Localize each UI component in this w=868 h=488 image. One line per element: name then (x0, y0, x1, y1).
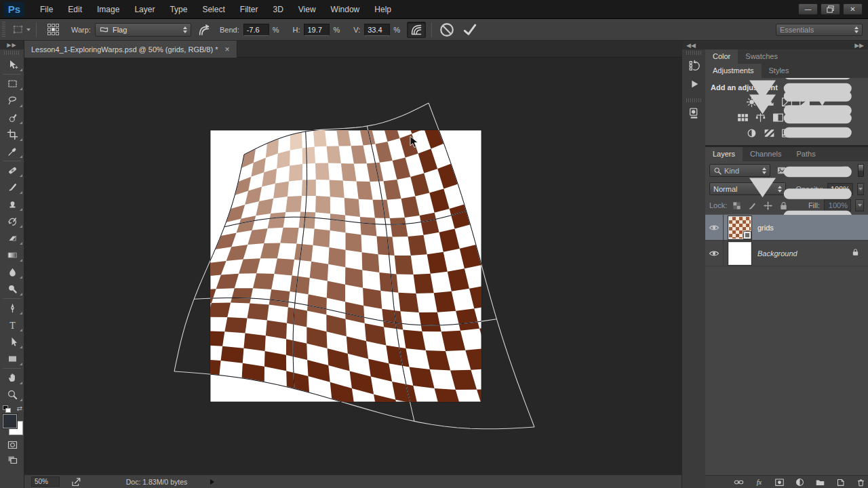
mask-icon[interactable] (773, 476, 785, 488)
layer-thumbnail[interactable] (728, 216, 751, 239)
link-icon[interactable] (732, 476, 745, 488)
zoom-tool[interactable] (0, 386, 24, 403)
rectangular-marquee-tool[interactable] (0, 75, 24, 92)
tool-group-divider (3, 298, 21, 299)
gradient-tool[interactable] (0, 247, 24, 264)
path-selection-tool[interactable] (0, 333, 24, 350)
canvas[interactable] (24, 58, 682, 474)
type-tool[interactable]: T (0, 317, 24, 333)
menu-image[interactable]: Image (90, 2, 127, 17)
export-icon[interactable] (69, 476, 83, 487)
workspace-select[interactable]: Essentials (776, 24, 863, 36)
warp-style-select[interactable]: Flag (95, 23, 191, 37)
color-panel-group: Color Swatches (705, 49, 868, 64)
menu-filter[interactable]: Filter (233, 2, 266, 17)
layer-thumbnail[interactable] (728, 242, 751, 265)
menu-3d[interactable]: 3D (265, 2, 290, 17)
v-input[interactable] (364, 24, 390, 36)
move-tool[interactable] (0, 56, 24, 73)
commit-transform-button[interactable] (460, 22, 479, 38)
dock-collapse-right-icon[interactable]: ▶▶ (705, 41, 868, 49)
close-button[interactable]: ✕ (843, 3, 863, 15)
history-brush-tool[interactable] (0, 213, 24, 230)
dock-collapse-left-icon[interactable]: ◀◀ (682, 41, 705, 49)
blur-tool[interactable] (0, 264, 24, 281)
menu-view[interactable]: View (291, 2, 323, 17)
group-icon[interactable] (814, 476, 826, 488)
default-colors-icon[interactable] (3, 405, 12, 413)
reference-point-locator[interactable] (47, 24, 59, 35)
document-size-info: Doc: 1.83M/0 bytes (106, 478, 208, 486)
menu-edit[interactable]: Edit (60, 2, 90, 17)
hand-tool[interactable] (0, 369, 24, 386)
v-label: V: (353, 26, 360, 34)
layer-row-grids[interactable]: grids (705, 215, 868, 241)
trash-icon[interactable] (854, 476, 867, 488)
divider (431, 22, 432, 37)
layer-name[interactable]: grids (757, 224, 774, 232)
menu-layer[interactable]: Layer (127, 2, 162, 17)
options-bar-grip[interactable] (2, 22, 5, 38)
layer-row-background[interactable]: Background (705, 241, 868, 266)
warp-orientation-button[interactable] (195, 22, 213, 38)
history-panel-icon[interactable] (682, 56, 706, 75)
adjustment-icon[interactable] (793, 476, 806, 488)
swap-colors-icon[interactable]: ⇄ (17, 405, 22, 412)
layers-empty-area (705, 266, 868, 475)
h-input[interactable] (304, 24, 330, 36)
tab-close-icon[interactable]: × (225, 45, 230, 54)
new-layer-icon[interactable] (834, 476, 846, 488)
workspace-value: Essentials (780, 26, 814, 34)
select-spinner-icon (178, 26, 187, 33)
dock-grip[interactable] (686, 98, 701, 102)
window-controls: — ✕ (798, 3, 863, 15)
toggle-free-transform-warp-button[interactable] (407, 22, 426, 38)
actions-panel-icon[interactable] (682, 75, 706, 93)
screen-mode-button[interactable] (0, 452, 24, 467)
document-tab[interactable]: Lesson4_1-ExploringWarps.psd @ 50% (grid… (24, 41, 237, 58)
crop-tool[interactable] (0, 126, 24, 143)
tool-preset-caret-icon[interactable] (26, 28, 31, 31)
menu-file[interactable]: File (33, 2, 60, 17)
menu-type[interactable]: Type (162, 2, 195, 17)
restore-button[interactable] (821, 3, 840, 15)
minimize-button[interactable]: — (798, 3, 818, 15)
h-unit: % (333, 26, 340, 34)
layer-visibility-eye-icon[interactable] (705, 215, 724, 241)
lasso-tool[interactable] (0, 92, 24, 109)
toolbar-collapse-icon[interactable]: ▶▶ (0, 41, 24, 49)
cancel-transform-button[interactable] (437, 22, 456, 38)
menu-help[interactable]: Help (367, 2, 399, 17)
color-selection-widget: ⇄ (0, 405, 24, 437)
status-popup-arrow-icon[interactable] (210, 479, 214, 485)
document-tab-bar: Lesson4_1-ExploringWarps.psd @ 50% (grid… (24, 41, 682, 58)
document-tab-title: Lesson4_1-ExploringWarps.psd @ 50% (grid… (31, 45, 218, 54)
eyedropper-tool[interactable] (0, 143, 24, 160)
warped-checkerboard-artwork[interactable] (24, 58, 682, 474)
mouse-cursor-icon (410, 136, 419, 148)
eraser-tool[interactable] (0, 230, 24, 247)
dodge-tool[interactable] (0, 281, 24, 298)
menu-window[interactable]: Window (323, 2, 368, 17)
pen-tool[interactable] (0, 300, 24, 317)
rectangle-tool[interactable] (0, 350, 24, 367)
menu-select[interactable]: Select (195, 2, 232, 17)
layer-name[interactable]: Background (757, 249, 797, 258)
select-spinner-icon (849, 26, 859, 33)
fx-icon[interactable]: fx (753, 476, 765, 488)
brush-tool[interactable] (0, 179, 24, 196)
3d-panel-icon[interactable] (682, 104, 706, 122)
spot-healing-brush-tool[interactable] (0, 162, 24, 179)
panel-dock: ▶▶ Color Swatches Adjustments Styles Add… (705, 41, 868, 488)
toolbar-grip[interactable] (4, 51, 20, 55)
bend-input[interactable] (243, 24, 269, 36)
zoom-level-field[interactable] (31, 476, 60, 487)
layer-visibility-eye-icon[interactable] (705, 241, 724, 266)
quick-mask-button[interactable] (0, 437, 24, 452)
panel-menu-icon[interactable] (705, 66, 864, 157)
dock-grip[interactable] (686, 51, 701, 55)
foreground-color-swatch[interactable] (3, 414, 17, 428)
transform-tool-icon (9, 22, 26, 37)
quick-selection-tool[interactable] (0, 109, 24, 126)
clone-stamp-tool[interactable] (0, 196, 24, 213)
